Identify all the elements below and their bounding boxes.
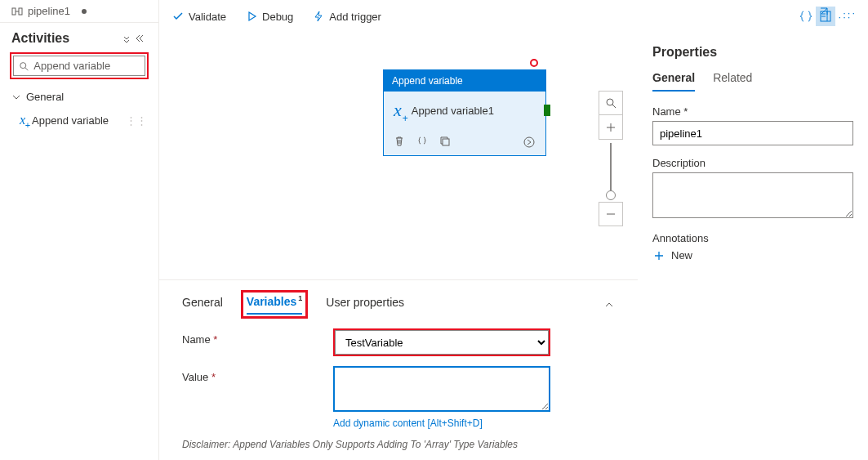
zoom-out-button[interactable]: [599, 202, 623, 226]
svg-line-12: [612, 105, 616, 108]
svg-line-4: [25, 67, 29, 70]
zoom-thumb[interactable]: [606, 190, 616, 200]
properties-title: Properties: [652, 45, 853, 60]
plus-icon: [606, 123, 616, 132]
value-textarea[interactable]: [333, 366, 550, 412]
validation-marker-icon: [530, 59, 538, 67]
properties-panel: Properties General Related Name * Descri…: [638, 33, 868, 460]
activity-node[interactable]: Append variable x+ Append variable1: [383, 69, 546, 156]
debug-button[interactable]: Debug: [246, 11, 293, 23]
search-highlight: [10, 52, 149, 79]
search-input[interactable]: [33, 60, 140, 72]
grip-icon: ⋮⋮: [126, 114, 147, 127]
node-name: Append variable1: [412, 105, 494, 117]
bottom-tabs: General Variables1 User properties: [182, 280, 615, 328]
zoom-controls: [599, 91, 623, 226]
tab-label: pipeline1: [28, 5, 70, 17]
prop-name-label: Name *: [652, 105, 853, 118]
tab-user-properties[interactable]: User properties: [326, 296, 404, 314]
pipeline-tab[interactable]: pipeline1: [0, 0, 158, 23]
activities-title: Activities: [11, 31, 69, 46]
node-body: x+ Append variable1: [384, 92, 545, 129]
svg-rect-0: [12, 8, 16, 15]
node-toolbar: [384, 129, 545, 155]
validate-button[interactable]: Validate: [172, 11, 226, 23]
chevron-down-icon: [11, 92, 21, 102]
zoom-fit-button[interactable]: [599, 91, 623, 115]
value-label: Value *: [182, 366, 333, 383]
tab-general[interactable]: General: [182, 296, 223, 314]
svg-point-3: [20, 62, 26, 68]
name-label: Name *: [182, 328, 333, 346]
zoom-slider[interactable]: [610, 143, 612, 199]
add-dynamic-content-link[interactable]: Add dynamic content [Alt+Shift+D]: [333, 418, 550, 429]
svg-point-11: [607, 99, 613, 105]
zoom-in-button[interactable]: [599, 115, 623, 140]
unsaved-dot-icon: [82, 9, 87, 14]
more-icon[interactable]: ···: [843, 7, 857, 19]
minus-icon: [606, 209, 616, 219]
bolt-icon: [313, 11, 324, 22]
disclaimer-text: Disclaimer: Append Variables Only Suppor…: [182, 439, 615, 450]
activity-settings-panel: General Variables1 User properties Name …: [159, 279, 638, 460]
properties-tabs: General Related: [652, 71, 853, 92]
braces-icon: [799, 10, 812, 23]
category-label: General: [26, 91, 64, 103]
collapse-panel-icon[interactable]: [136, 33, 147, 44]
play-icon: [246, 11, 257, 22]
prop-desc-textarea[interactable]: [652, 172, 853, 218]
new-annotation-button[interactable]: New: [653, 249, 853, 261]
variable-x-icon: x+: [20, 113, 25, 127]
delete-icon[interactable]: [394, 136, 405, 147]
activities-sidebar: pipeline1 Activities General x+ Append: [0, 0, 159, 460]
add-trigger-button[interactable]: Add trigger: [313, 11, 381, 23]
canvas[interactable]: Append variable x+ Append variable1: [159, 33, 638, 460]
prop-annot-label: Annotations: [652, 232, 853, 244]
variable-x-icon: x+: [394, 100, 402, 121]
search-box[interactable]: [13, 56, 145, 76]
collapse-up-icon[interactable]: [603, 299, 615, 310]
search-icon: [605, 97, 617, 109]
tab-variables[interactable]: Variables1: [247, 294, 303, 315]
prop-desc-label: Description: [652, 157, 853, 169]
search-icon: [19, 60, 29, 72]
name-highlight: TestVariable: [333, 328, 550, 356]
svg-rect-9: [443, 139, 449, 145]
prop-tab-related[interactable]: Related: [713, 71, 752, 92]
action-toolbar: Validate Debug Add trigger ···: [159, 0, 868, 33]
activity-label: Append variable: [32, 114, 109, 127]
plus-icon: [653, 250, 665, 261]
svg-point-10: [524, 137, 534, 147]
variable-name-select[interactable]: TestVariable: [335, 330, 549, 355]
pipeline-icon: [11, 6, 23, 17]
variables-highlight: Variables1: [241, 290, 309, 319]
activity-append-variable[interactable]: x+ Append variable ⋮⋮: [0, 108, 158, 132]
main-area: ··· Validate Debug Add trigger ···: [159, 0, 868, 460]
activities-header: Activities: [0, 23, 158, 52]
success-handle[interactable]: [544, 105, 550, 116]
open-new-icon[interactable]: [816, 7, 829, 20]
copy-icon[interactable]: [439, 136, 451, 147]
collapse-all-icon[interactable]: [121, 33, 132, 44]
check-icon: [172, 11, 184, 22]
node-title: Append variable: [384, 70, 545, 92]
braces-icon[interactable]: [416, 136, 428, 147]
svg-rect-1: [19, 8, 22, 15]
output-icon[interactable]: [523, 136, 536, 149]
prop-name-input[interactable]: [652, 121, 853, 145]
code-view-button[interactable]: [796, 7, 816, 26]
category-general[interactable]: General: [0, 86, 158, 108]
prop-tab-general[interactable]: General: [652, 71, 695, 92]
